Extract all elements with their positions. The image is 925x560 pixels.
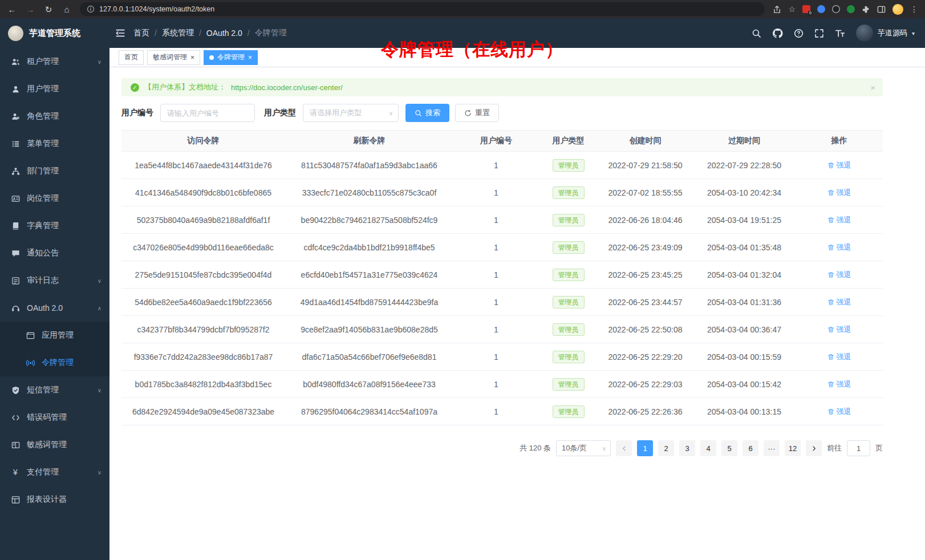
goto-page-input[interactable] bbox=[847, 440, 870, 456]
force-logout-button[interactable]: 强退 bbox=[827, 270, 851, 280]
sidebar-item-oauth-apps[interactable]: 应用管理 bbox=[0, 322, 109, 349]
force-logout-button[interactable]: 强退 bbox=[827, 215, 851, 225]
search-icon[interactable] bbox=[752, 29, 761, 38]
sidebar-item-menu[interactable]: 菜单管理 bbox=[0, 130, 109, 157]
breadcrumb-item[interactable]: 系统管理 bbox=[162, 28, 194, 38]
close-icon[interactable]: × bbox=[190, 54, 194, 61]
bookmark-star-icon[interactable]: ☆ bbox=[788, 5, 796, 13]
fullscreen-icon[interactable] bbox=[814, 29, 824, 38]
home-icon[interactable]: ⌂ bbox=[62, 5, 72, 14]
page-button-5[interactable]: 5 bbox=[721, 440, 737, 456]
force-logout-button[interactable]: 强退 bbox=[827, 160, 851, 171]
browser-profile-avatar[interactable] bbox=[892, 4, 903, 15]
roles-icon bbox=[11, 112, 20, 121]
github-icon[interactable] bbox=[772, 28, 783, 39]
broadcast-icon bbox=[26, 358, 35, 367]
user-id: 1 bbox=[453, 289, 539, 316]
breadcrumb-item[interactable]: OAuth 2.0 bbox=[206, 29, 242, 38]
sidebar-item-role[interactable]: 角色管理 bbox=[0, 103, 109, 130]
sidebar-item-oauth[interactable]: OAuth 2.0 ∧ bbox=[0, 294, 109, 322]
tab-sensitive-word[interactable]: 敏感词管理 × bbox=[147, 50, 200, 65]
app-logo[interactable]: 芋道管理系统 bbox=[0, 18, 109, 48]
side-panel-icon[interactable] bbox=[877, 5, 886, 14]
breadcrumb-item[interactable]: 首页 bbox=[133, 28, 149, 38]
alert-close-icon[interactable]: × bbox=[870, 83, 875, 92]
user-type-badge: 管理员 bbox=[553, 159, 585, 172]
browser-toolbar: ← → ↻ ⌂ 127.0.0.1:1024/system/oauth2/tok… bbox=[0, 0, 925, 18]
page-button-2[interactable]: 2 bbox=[658, 440, 674, 456]
sidebar-item-audit-log[interactable]: 审计日志 ∨ bbox=[0, 267, 109, 294]
sidebar-item-oauth-tokens[interactable]: 令牌管理 bbox=[0, 349, 109, 376]
delete-icon bbox=[827, 162, 834, 169]
sidebar-item-sms[interactable]: 短信管理 ∨ bbox=[0, 376, 109, 404]
force-logout-button[interactable]: 强退 bbox=[827, 407, 851, 417]
sidebar-item-post[interactable]: 岗位管理 bbox=[0, 185, 109, 212]
sidebar-item-label: 支付管理 bbox=[27, 467, 91, 477]
extension-red-icon[interactable]: 0 bbox=[802, 5, 810, 13]
force-logout-label: 强退 bbox=[837, 242, 851, 253]
sidebar-item-sensitive-word[interactable]: 敏感词管理 bbox=[0, 431, 109, 458]
sidebar-item-user[interactable]: 用户管理 bbox=[0, 75, 109, 103]
sidebar-item-pay[interactable]: ¥ 支付管理 ∨ bbox=[0, 458, 109, 486]
doc-link[interactable]: https://doc.iocoder.cn/user-center/ bbox=[231, 83, 343, 92]
page-ellipsis-button[interactable]: ··· bbox=[764, 440, 780, 456]
sidebar-item-tenant[interactable]: 租户管理 ∨ bbox=[0, 48, 109, 75]
tab-home[interactable]: 首页 bbox=[119, 50, 144, 65]
refresh-icon[interactable]: ↻ bbox=[43, 5, 54, 14]
extension-blue-icon[interactable] bbox=[817, 5, 825, 13]
user-menu[interactable]: 芋道源码 ▾ bbox=[856, 25, 915, 42]
prev-page-button[interactable] bbox=[616, 440, 632, 456]
page-size-select[interactable]: 10条/页 ∨ bbox=[556, 440, 611, 456]
page-button-6[interactable]: 6 bbox=[743, 440, 758, 456]
sidebar-item-label: 菜单管理 bbox=[27, 139, 102, 149]
back-icon[interactable]: ← bbox=[7, 5, 17, 14]
force-logout-button[interactable]: 强退 bbox=[827, 324, 851, 335]
goto-label: 前往 bbox=[827, 443, 842, 453]
sidebar-item-error-code[interactable]: 错误码管理 bbox=[0, 404, 109, 431]
chevron-down-icon: ∨ bbox=[98, 59, 102, 65]
user-type-badge: 管理员 bbox=[553, 351, 585, 363]
search-button[interactable]: 搜索 bbox=[405, 104, 449, 122]
tab-token[interactable]: 令牌管理 × bbox=[204, 50, 258, 65]
pagination: 共 120 条 10条/页 ∨ 1 2 3 4 5 6 ··· 12 前往 页 bbox=[121, 440, 883, 456]
sidebar-item-report-designer[interactable]: 报表设计器 bbox=[0, 486, 109, 513]
breadcrumb-item-current: 令牌管理 bbox=[255, 28, 287, 38]
force-logout-button[interactable]: 强退 bbox=[827, 242, 851, 253]
browser-menu-icon[interactable]: ⋮ bbox=[910, 5, 918, 13]
font-size-icon[interactable] bbox=[835, 28, 845, 38]
expire-time: 2054-03-04 01:32:04 bbox=[693, 261, 796, 289]
close-icon[interactable]: × bbox=[248, 54, 252, 61]
select-placeholder: 请选择用户类型 bbox=[310, 108, 362, 118]
force-logout-button[interactable]: 强退 bbox=[827, 188, 851, 198]
force-logout-button[interactable]: 强退 bbox=[827, 352, 851, 362]
force-logout-button[interactable]: 强退 bbox=[827, 297, 851, 307]
next-page-button[interactable] bbox=[806, 440, 822, 456]
force-logout-button[interactable]: 强退 bbox=[827, 379, 851, 389]
extensions-puzzle-icon[interactable] bbox=[862, 5, 870, 14]
sidebar-item-notice[interactable]: 通知公告 bbox=[0, 240, 109, 267]
user-id: 1 bbox=[453, 179, 539, 206]
page-button-4[interactable]: 4 bbox=[700, 440, 716, 456]
refresh-token: 811c530487574fa0af1a59d3abc1aa66 bbox=[285, 152, 453, 179]
total-count: 共 120 条 bbox=[520, 443, 551, 453]
share-icon[interactable] bbox=[773, 5, 781, 14]
extension-dark-icon[interactable] bbox=[832, 5, 840, 13]
expire-time: 2054-03-04 19:51:25 bbox=[693, 206, 796, 234]
sidebar-item-dept[interactable]: 部门管理 bbox=[0, 157, 109, 185]
page-button-12[interactable]: 12 bbox=[785, 440, 801, 456]
page-button-1[interactable]: 1 bbox=[637, 440, 653, 456]
help-icon[interactable] bbox=[794, 29, 804, 38]
reset-button[interactable]: 重置 bbox=[455, 104, 499, 122]
user-id: 1 bbox=[453, 261, 539, 289]
user-type-badge: 管理员 bbox=[553, 269, 585, 281]
page-button-3[interactable]: 3 bbox=[679, 440, 695, 456]
user-type-select[interactable]: 请选择用户类型 ∨ bbox=[303, 104, 399, 122]
site-info-icon[interactable] bbox=[87, 5, 95, 13]
extension-green-icon[interactable] bbox=[847, 5, 855, 13]
user-id: 1 bbox=[453, 316, 539, 343]
user-id-input[interactable] bbox=[160, 104, 255, 122]
sidebar-fold-icon[interactable] bbox=[115, 28, 125, 38]
sidebar-item-dict[interactable]: 字典管理 bbox=[0, 212, 109, 240]
address-bar[interactable]: 127.0.0.1:1024/system/oauth2/token bbox=[80, 2, 765, 16]
forward-icon[interactable]: → bbox=[25, 5, 35, 14]
